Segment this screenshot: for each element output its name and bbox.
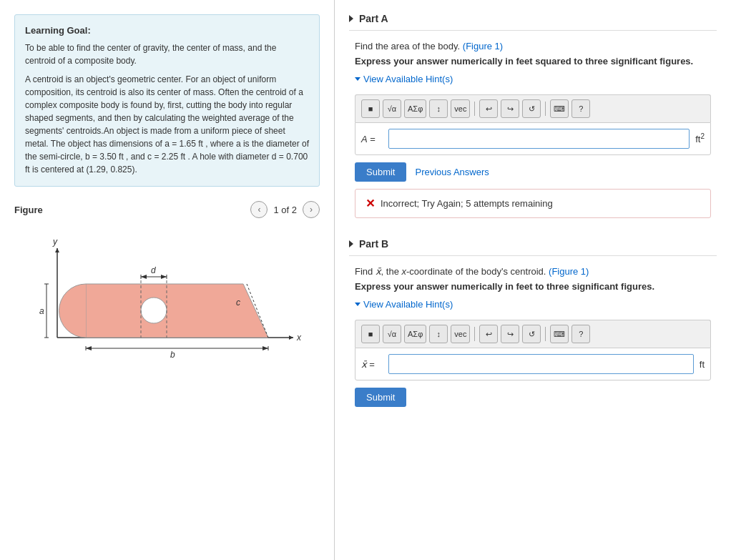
part-a-prev-answers-link[interactable]: Previous Answers	[415, 167, 489, 177]
toolbar-vec-btn[interactable]: vec	[451, 99, 470, 118]
figure-count: 1 of 2	[273, 205, 297, 215]
part-b-hint-link[interactable]: View Available Hint(s)	[355, 299, 711, 310]
part-b-toolbar: ■ √α ΑΣφ ↕ vec ↩ ↪ ↺ ⌨ ?	[355, 320, 711, 348]
part-a-answer-input[interactable]	[388, 129, 690, 149]
part-b-title: Part B	[359, 238, 388, 250]
part-b-toolbar-help-btn[interactable]: ?	[571, 325, 590, 343]
svg-marker-1	[289, 335, 293, 340]
figure-nav-controls: ‹ 1 of 2 ›	[250, 201, 320, 218]
part-b-hint-text: View Available Hint(s)	[363, 299, 453, 310]
part-b-find-text: Find x̄, the x-coordinate of the body's …	[355, 266, 711, 277]
part-b-toolbar-square-btn[interactable]: ■	[361, 325, 380, 343]
part-a-hint-link[interactable]: View Available Hint(s)	[355, 74, 711, 84]
toolbar-square-btn[interactable]: ■	[361, 99, 380, 118]
svg-text:d: d	[151, 265, 156, 275]
learning-goal-title: Learning Goal:	[25, 25, 309, 36]
part-b-section: Part B Find x̄, the x-coordinate of the …	[349, 232, 717, 407]
part-a-content: Find the area of the body. (Figure 1) Ex…	[349, 41, 717, 218]
toolbar-help-btn[interactable]: ?	[571, 99, 590, 118]
part-a-header: Part A	[349, 7, 717, 31]
part-a-incorrect-text: Incorrect; Try Again; 5 attempts remaini…	[381, 198, 553, 209]
part-b-toolbar-refresh-btn[interactable]: ↺	[522, 325, 541, 343]
part-b-hint-triangle-icon	[355, 303, 360, 306]
part-a-submit-area: Submit Previous Answers	[355, 162, 711, 182]
toolbar-symbols-btn[interactable]: ΑΣφ	[404, 99, 426, 118]
part-b-answer-label: x̄ =	[361, 359, 383, 370]
toolbar-separator-1	[474, 102, 475, 116]
part-a-figure-link[interactable]: (Figure 1)	[463, 41, 503, 51]
svg-marker-15	[263, 346, 268, 350]
svg-point-6	[141, 298, 167, 323]
svg-marker-4	[55, 248, 59, 252]
figure-section: Figure ‹ 1 of 2 › x y	[14, 201, 320, 370]
part-a-incorrect-box: ✕ Incorrect; Try Again; 5 attempts remai…	[355, 189, 711, 218]
incorrect-x-icon: ✕	[366, 197, 375, 210]
part-b-submit-button[interactable]: Submit	[355, 388, 406, 407]
part-a-submit-button[interactable]: Submit	[355, 162, 406, 182]
part-b-figure-link[interactable]: (Figure 1)	[549, 266, 589, 277]
part-b-answer-row: x̄ = ft	[355, 348, 711, 380]
part-b-answer-unit: ft	[700, 359, 705, 370]
hint-triangle-icon	[355, 77, 360, 81]
part-b-answer-input[interactable]	[388, 354, 694, 374]
figure-next-button[interactable]: ›	[303, 201, 320, 218]
part-a-hint-text: View Available Hint(s)	[363, 74, 453, 84]
part-b-toolbar-symbols-btn[interactable]: ΑΣφ	[404, 325, 426, 343]
svg-marker-22	[141, 275, 147, 279]
part-b-toolbar-separator-1	[474, 327, 475, 341]
part-a-find-text: Find the area of the body. (Figure 1)	[355, 41, 711, 51]
left-panel: Learning Goal: To be able to find the ce…	[0, 0, 335, 560]
part-a-title: Part A	[359, 13, 388, 24]
part-b-toolbar-separator-2	[545, 327, 546, 341]
part-b-content: Find x̄, the x-coordinate of the body's …	[349, 266, 717, 407]
part-b-header: Part B	[349, 232, 717, 256]
svg-text:b: b	[170, 350, 175, 360]
part-b-toolbar-sqrt-btn[interactable]: √α	[383, 325, 401, 343]
part-a-answer-row: A = ft2	[355, 122, 711, 155]
part-b-toggle[interactable]	[349, 240, 353, 247]
svg-text:y: y	[52, 237, 58, 247]
part-b-toolbar-keyboard-btn[interactable]: ⌨	[550, 325, 569, 343]
part-a-answer-label: A =	[361, 134, 383, 144]
figure-diagram: x y	[14, 227, 320, 370]
part-b-toolbar-redo-btn[interactable]: ↪	[501, 325, 519, 343]
toolbar-arrow-btn[interactable]: ↕	[429, 99, 448, 118]
learning-goal-intro: To be able to find the center of gravity…	[25, 41, 309, 67]
part-a-answer-unit: ft2	[695, 132, 705, 144]
toolbar-redo-btn[interactable]: ↪	[501, 99, 519, 118]
part-b-variable: x̄	[376, 266, 381, 277]
learning-goal-body: A centroid is an object's geometric cent…	[25, 73, 309, 176]
svg-marker-14	[86, 346, 92, 350]
figure-svg: x y	[14, 227, 315, 370]
right-panel: Part A Find the area of the body. (Figur…	[335, 0, 731, 560]
svg-text:x: x	[296, 333, 302, 343]
part-b-toolbar-arrow-btn[interactable]: ↕	[429, 325, 448, 343]
part-b-express-text: Express your answer numerically in feet …	[355, 281, 711, 292]
toolbar-sqrt-btn[interactable]: √α	[383, 99, 401, 118]
part-b-submit-area: Submit	[355, 388, 711, 407]
toolbar-separator-2	[545, 102, 546, 116]
figure-title: Figure	[14, 205, 43, 215]
part-a-section: Part A Find the area of the body. (Figur…	[349, 7, 717, 218]
part-b-toolbar-vec-btn[interactable]: vec	[451, 325, 470, 343]
svg-text:a: a	[39, 306, 44, 316]
learning-goal-box: Learning Goal: To be able to find the ce…	[14, 14, 320, 187]
part-a-toolbar: ■ √α ΑΣφ ↕ vec ↩ ↪ ↺ ⌨ ?	[355, 94, 711, 122]
part-b-toolbar-undo-btn[interactable]: ↩	[479, 325, 498, 343]
svg-text:c: c	[236, 298, 240, 308]
toolbar-refresh-btn[interactable]: ↺	[522, 99, 541, 118]
part-a-express-text: Express your answer numerically in feet …	[355, 56, 711, 67]
toolbar-undo-btn[interactable]: ↩	[479, 99, 498, 118]
part-a-toggle[interactable]	[349, 15, 353, 22]
svg-marker-23	[161, 275, 167, 279]
figure-header: Figure ‹ 1 of 2 ›	[14, 201, 320, 218]
toolbar-keyboard-btn[interactable]: ⌨	[550, 99, 569, 118]
figure-prev-button[interactable]: ‹	[250, 201, 268, 218]
